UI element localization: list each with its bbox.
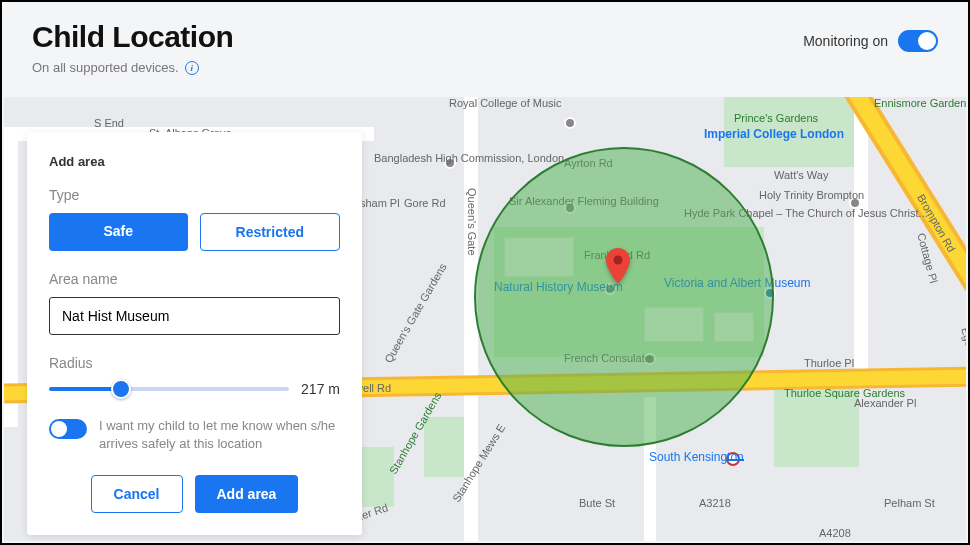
radius-value: 217 m [301, 381, 340, 397]
page-title: Child Location [32, 20, 233, 54]
add-area-button[interactable]: Add area [195, 475, 299, 513]
type-toggle: Safe Restricted [49, 213, 340, 251]
cancel-button[interactable]: Cancel [91, 475, 183, 513]
type-restricted-button[interactable]: Restricted [200, 213, 341, 251]
notify-label: I want my child to let me know when s/he… [99, 417, 340, 453]
monitoring-toggle[interactable] [898, 30, 938, 52]
radius-row: 217 m [49, 381, 340, 397]
radius-slider-thumb[interactable] [111, 379, 131, 399]
title-section: Child Location On all supported devices.… [32, 20, 233, 75]
type-label: Type [49, 187, 340, 203]
panel-actions: Cancel Add area [49, 475, 340, 513]
location-pin-icon[interactable] [606, 248, 630, 272]
monitoring-control: Monitoring on [803, 20, 938, 52]
svg-point-0 [614, 256, 623, 265]
add-area-panel: Add area Type Safe Restricted Area name … [27, 132, 362, 535]
geofence-circle [474, 147, 774, 447]
notify-toggle[interactable] [49, 419, 87, 439]
notify-row: I want my child to let me know when s/he… [49, 417, 340, 453]
info-icon[interactable]: i [185, 61, 199, 75]
header: Child Location On all supported devices.… [2, 2, 968, 85]
area-name-input[interactable] [49, 297, 340, 335]
panel-title: Add area [49, 154, 340, 169]
subtitle: On all supported devices. i [32, 60, 233, 75]
area-name-label: Area name [49, 271, 340, 287]
radius-label: Radius [49, 355, 340, 371]
monitoring-label: Monitoring on [803, 33, 888, 49]
type-safe-button[interactable]: Safe [49, 213, 188, 251]
radius-slider[interactable] [49, 387, 289, 391]
